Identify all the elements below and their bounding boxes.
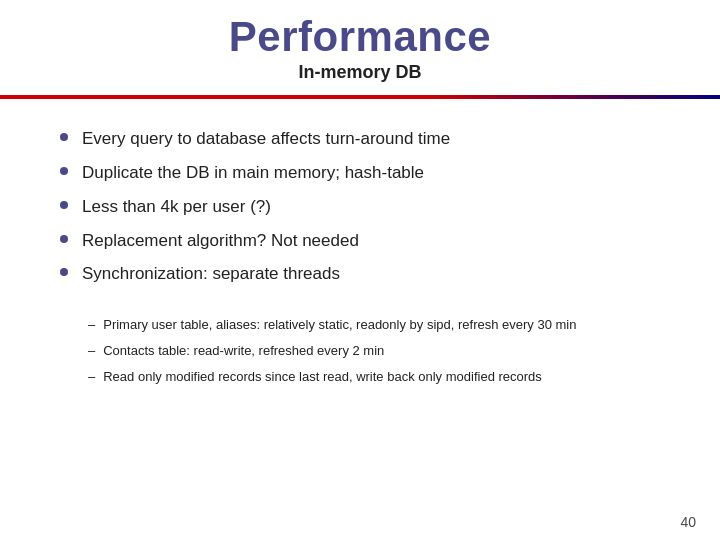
bullet-dot [60,235,68,243]
bullet-text: Every query to database affects turn-aro… [82,127,450,151]
list-item: Every query to database affects turn-aro… [60,127,660,151]
bullet-dot [60,167,68,175]
bullet-text: Less than 4k per user (?) [82,195,271,219]
sub-dash: – [88,316,95,335]
list-item: – Read only modified records since last … [88,368,660,387]
bullet-text: Replacement algorithm? Not needed [82,229,359,253]
bullet-text: Synchronization: separate threads [82,262,340,286]
sub-bullet-text: Contacts table: read-write, refreshed ev… [103,342,384,361]
sub-title: In-memory DB [0,62,720,83]
bullet-dot [60,133,68,141]
bullet-list: Every query to database affects turn-aro… [60,127,660,296]
sub-bullet-text: Primary user table, aliases: relatively … [103,316,576,335]
sub-bullet-list: – Primary user table, aliases: relativel… [88,316,660,394]
list-item: Less than 4k per user (?) [60,195,660,219]
slide-header: Performance In-memory DB [0,0,720,89]
main-title: Performance [0,14,720,60]
sub-dash: – [88,368,95,387]
list-item: – Primary user table, aliases: relativel… [88,316,660,335]
list-item: Replacement algorithm? Not needed [60,229,660,253]
slide-content: Every query to database affects turn-aro… [0,99,720,540]
list-item: – Contacts table: read-write, refreshed … [88,342,660,361]
page-number: 40 [680,514,696,530]
slide: Performance In-memory DB Every query to … [0,0,720,540]
list-item: Synchronization: separate threads [60,262,660,286]
list-item: Duplicate the DB in main memory; hash-ta… [60,161,660,185]
bullet-dot [60,201,68,209]
sub-dash: – [88,342,95,361]
bullet-dot [60,268,68,276]
sub-bullet-text: Read only modified records since last re… [103,368,542,387]
bullet-text: Duplicate the DB in main memory; hash-ta… [82,161,424,185]
